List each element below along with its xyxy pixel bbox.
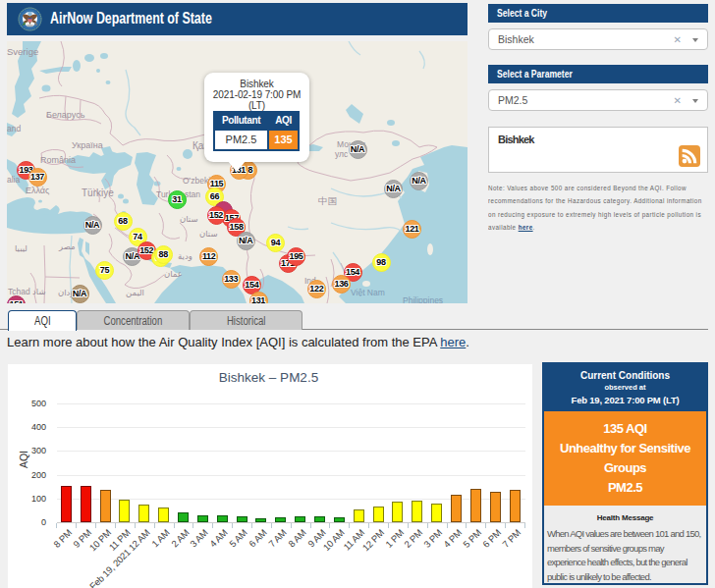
svg-text:عمان: عمان	[164, 269, 183, 279]
svg-text:اليمن: اليمن	[126, 288, 144, 297]
svg-text:улс: улс	[335, 149, 349, 159]
svg-text:Việt Nam: Việt Nam	[351, 288, 385, 297]
svg-text:Україна: Україна	[72, 140, 103, 150]
svg-text:ستان: ستان	[180, 214, 198, 224]
svg-text:ستان: ستان	[199, 229, 218, 239]
svg-text:ودية: ودية	[178, 251, 192, 261]
svg-text:Беларусь: Беларусь	[46, 110, 85, 120]
svg-text:Ελλάς: Ελλάς	[26, 186, 50, 195]
svg-text:مصر: مصر	[58, 241, 76, 251]
svg-text:and: and	[7, 124, 21, 134]
svg-text:ليبيا: ليبيا	[15, 243, 28, 253]
svg-text:中国: 中国	[318, 195, 337, 206]
svg-text:România: România	[40, 155, 76, 165]
svg-text:stan: stan	[185, 189, 200, 199]
svg-text:Sverige: Sverige	[7, 46, 38, 57]
svg-text:Türkiye: Türkiye	[82, 187, 114, 198]
svg-text:Philippines: Philippines	[403, 295, 443, 303]
